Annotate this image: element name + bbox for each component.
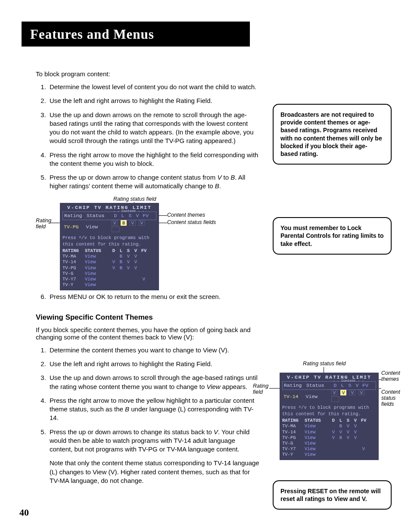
f: D (112, 213, 118, 219)
row-rating: TV-14 (282, 429, 305, 435)
tv2-hdr-rating: Rating (284, 383, 306, 389)
flag-cell (118, 282, 124, 288)
flag-cell (345, 452, 351, 457)
flag-cell: V (352, 435, 358, 441)
intro-text: To block program content: (36, 70, 260, 78)
flag-cell (330, 452, 336, 457)
flag-cell (125, 271, 131, 277)
f: S (127, 213, 133, 219)
flag-cell: V (330, 429, 336, 435)
row-rating: TV-PG (62, 265, 85, 271)
flag-cell (111, 277, 117, 282)
step-a5-end: . (219, 182, 221, 190)
tv2-note1: Press ^/v to block programs with (282, 405, 376, 410)
flag-cell (360, 441, 367, 446)
flag-cell: V (345, 429, 351, 435)
flag-cell (140, 265, 148, 271)
flag-cell (338, 441, 344, 446)
step-a5-v: V (217, 174, 221, 181)
f: L (120, 213, 126, 219)
flag-cell (133, 277, 139, 282)
side-note-1: Broadcasters are not required to provide… (273, 104, 392, 165)
f: V (358, 390, 364, 395)
step-b1: Determine the content themes you want to… (48, 346, 260, 355)
flag-cell (140, 259, 148, 265)
label-csf-2b: status (381, 395, 395, 401)
step-a5-pre: Press the up or down arrow to change con… (50, 174, 217, 181)
row-rating: TV-MA (282, 423, 305, 429)
row-status: View (305, 429, 326, 435)
row-rating: TV-Y (62, 282, 85, 288)
flag-cell (360, 423, 367, 429)
step-a5-b: B (230, 174, 235, 181)
h: RATING (282, 418, 305, 423)
f: V (112, 220, 118, 226)
f: D (111, 248, 117, 254)
row-flags: V (330, 446, 367, 452)
flag-cell: V (330, 435, 336, 441)
tv1-selected-row: TV-PG View V B V V (62, 220, 156, 234)
f (112, 227, 119, 232)
row-flags (330, 441, 367, 446)
flag-cell: V (111, 265, 117, 271)
row-status: View (305, 441, 326, 446)
row-status: View (85, 265, 106, 271)
subhead-intro: If you block specific content themes, yo… (36, 326, 260, 341)
tv-screenshot-2: - - Content - - V-CHIP TV RATING LIMIT R… (280, 373, 379, 460)
steps-block-a-cont: Press MENU or OK to return to the menu o… (36, 292, 260, 301)
tv2-top-flags: V V V V (331, 390, 375, 404)
f: FV (360, 418, 367, 423)
tv2-top-status: View (306, 394, 327, 400)
label-rating-field-1b: field (36, 224, 46, 230)
f: V (352, 418, 358, 423)
flag-cell (338, 452, 344, 457)
tv-body-row: TV-GView (282, 441, 376, 446)
flag-cell (133, 271, 139, 277)
label-content-status-fields-1: Content status fields (167, 219, 216, 225)
tv1-body-hdr: RATING STATUS D L S V FV (62, 248, 156, 254)
flag-cell: B (118, 254, 124, 259)
tv1-flag-head: D L S V FV (112, 213, 149, 219)
label-rating-field-1a: Rating (36, 218, 51, 224)
flag-cell (118, 277, 124, 282)
tv1-top-flags: V B V V (112, 220, 155, 234)
flag-cell: V (125, 259, 131, 265)
flag-cell (133, 282, 139, 288)
flag-cell: B (338, 423, 344, 429)
f: D (330, 418, 336, 423)
flag-cell (118, 271, 124, 277)
f: L (118, 248, 124, 254)
step-b3: Use the up and down arrows to scroll thr… (48, 373, 260, 391)
f: V (133, 248, 139, 254)
flag-cell: V (133, 259, 139, 265)
step-b3-post: appears. (221, 383, 248, 390)
subheading: Viewing Specific Content Themes (36, 313, 260, 322)
side-note-2: You must remember to Lock Parental Contr… (273, 217, 392, 255)
tv-body-row: TV-YView (62, 282, 156, 288)
flag-cell: B (338, 435, 344, 441)
step-a5: Press the up or down arrow to change con… (48, 173, 260, 191)
flag-cell: V (360, 446, 367, 452)
flag-cell: V (125, 265, 131, 271)
steps-block-b: Determine the content themes you want to… (36, 346, 260, 485)
flag-cell (345, 446, 351, 452)
page-number: 40 (19, 507, 29, 518)
flag-cell: V (345, 423, 351, 429)
flag-cell: V (133, 265, 139, 271)
tv2-selected-row: TV-14 View V V V V (282, 390, 376, 404)
h: STATUS (305, 418, 326, 423)
flag-cell (140, 271, 148, 277)
row-status: View (85, 277, 106, 282)
steps-block-a: Determine the lowest level of content yo… (36, 83, 260, 191)
flag-cell: V (125, 254, 131, 259)
row-rating: TV-Y7 (282, 446, 305, 452)
tv2-hdr-status: Status (306, 383, 328, 389)
row-rating: TV-Y7 (62, 277, 85, 282)
label-rating-field-2b: field (253, 389, 263, 395)
tv1-top-rating: TV-PG (64, 224, 86, 230)
label-rating-field-2a: Rating (253, 383, 268, 389)
diagram-1: Rating status field Rating field Content… (36, 197, 260, 283)
step-b5-note: Note that only the content theme status … (50, 459, 260, 485)
tv-body-row: TV-MAViewBVV (62, 254, 156, 259)
flag-cell (338, 446, 344, 452)
